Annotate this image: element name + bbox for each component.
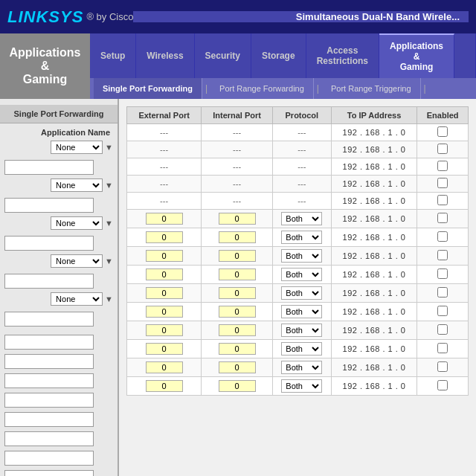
enabled-checkbox[interactable]	[437, 324, 448, 335]
int-port-cell[interactable]	[202, 228, 273, 247]
int-port-cell[interactable]	[202, 340, 273, 358]
proto-cell[interactable]: BothTCPUDP	[272, 228, 331, 247]
enabled-checkbox[interactable]	[437, 126, 448, 137]
ext-port-input[interactable]	[146, 213, 183, 225]
int-port-input[interactable]	[219, 324, 256, 336]
int-port-input[interactable]	[219, 361, 256, 373]
sidebar-input-4[interactable]	[4, 274, 94, 289]
ext-port-input[interactable]	[146, 250, 183, 262]
sidebar-input-2[interactable]	[4, 198, 94, 213]
ext-port-input[interactable]	[146, 343, 183, 355]
proto-select[interactable]: BothTCPUDP	[281, 231, 322, 244]
enabled-checkbox[interactable]	[437, 380, 448, 390]
enabled-checkbox[interactable]	[437, 195, 448, 205]
sidebar-input-12[interactable]	[4, 451, 94, 466]
int-port-input[interactable]	[219, 287, 256, 299]
proto-cell[interactable]: BothTCPUDP	[272, 284, 331, 303]
proto-cell[interactable]: BothTCPUDP	[272, 210, 331, 228]
sidebar-input-11[interactable]	[4, 431, 94, 446]
int-port-input[interactable]	[219, 213, 256, 225]
sidebar-select-2[interactable]: NoneHTTP	[51, 178, 103, 192]
sidebar-input-7[interactable]	[4, 354, 94, 369]
ext-port-cell[interactable]	[127, 358, 202, 377]
enabled-checkbox[interactable]	[437, 343, 448, 353]
int-port-cell[interactable]	[202, 358, 273, 377]
int-port-cell[interactable]	[202, 210, 273, 228]
ext-port-input[interactable]	[146, 324, 183, 336]
ext-port-cell[interactable]	[127, 340, 202, 358]
sidebar-select-4[interactable]: None	[51, 254, 103, 268]
ext-port-input[interactable]	[146, 287, 183, 299]
ext-port-cell[interactable]	[127, 266, 202, 284]
sidebar-input-3[interactable]	[4, 236, 94, 251]
sidebar-input-10[interactable]	[4, 412, 94, 427]
proto-cell[interactable]: BothTCPUDP	[272, 340, 331, 358]
proto-cell[interactable]: BothTCPUDP	[272, 266, 331, 284]
proto-cell[interactable]: BothTCPUDP	[272, 303, 331, 321]
enabled-checkbox[interactable]	[437, 268, 448, 279]
sidebar-select-3[interactable]: None	[51, 216, 103, 230]
sidebar-input-13[interactable]	[4, 470, 94, 476]
int-port-cell[interactable]	[202, 284, 273, 303]
proto-cell[interactable]: BothTCPUDP	[272, 321, 331, 340]
sidebar-select-5[interactable]: None	[51, 292, 103, 306]
sidebar-input-5[interactable]	[4, 312, 94, 327]
ext-port-input[interactable]	[146, 306, 183, 318]
ext-port-input[interactable]	[146, 380, 183, 392]
ext-port-cell[interactable]	[127, 284, 202, 303]
proto-cell[interactable]: BothTCPUDP	[272, 358, 331, 377]
enabled-checkbox[interactable]	[437, 231, 448, 242]
ext-port-input[interactable]	[146, 231, 183, 243]
ext-port-cell[interactable]	[127, 210, 202, 228]
int-port-cell[interactable]	[202, 377, 273, 396]
proto-select[interactable]: BothTCPUDP	[281, 212, 322, 225]
proto-select[interactable]: BothTCPUDP	[281, 249, 322, 263]
proto-select[interactable]: BothTCPUDP	[281, 286, 322, 300]
enabled-checkbox[interactable]	[437, 287, 448, 298]
tab-security[interactable]: Security	[195, 33, 251, 78]
int-port-cell[interactable]	[202, 303, 273, 321]
int-port-input[interactable]	[219, 343, 256, 355]
proto-select[interactable]: BothTCPUDP	[281, 324, 322, 337]
enabled-checkbox[interactable]	[437, 250, 448, 260]
int-port-input[interactable]	[219, 306, 256, 318]
proto-select[interactable]: BothTCPUDP	[281, 342, 322, 356]
proto-cell[interactable]: BothTCPUDP	[272, 247, 331, 266]
proto-select[interactable]: BothTCPUDP	[281, 379, 322, 393]
enabled-checkbox[interactable]	[437, 213, 448, 223]
enabled-checkbox[interactable]	[437, 361, 448, 372]
sidebar-select-1[interactable]: NoneHTTPFTP	[51, 141, 103, 154]
sidebar-input-8[interactable]	[4, 373, 94, 388]
tab-applications-gaming[interactable]: Applications &Gaming	[379, 33, 454, 78]
ext-port-input[interactable]	[146, 268, 183, 280]
sub-nav-single-port[interactable]: Single Port Forwarding	[94, 78, 202, 99]
enabled-checkbox[interactable]	[437, 178, 448, 188]
int-port-input[interactable]	[219, 380, 256, 392]
ext-port-cell[interactable]	[127, 303, 202, 321]
int-port-cell[interactable]	[202, 247, 273, 266]
sidebar-input-6[interactable]	[4, 335, 94, 350]
proto-select[interactable]: BothTCPUDP	[281, 305, 322, 318]
tab-wireless[interactable]: Wireless	[136, 33, 194, 78]
ext-port-cell[interactable]	[127, 228, 202, 247]
sidebar-input-1[interactable]	[4, 160, 94, 175]
proto-cell[interactable]: BothTCPUDP	[272, 377, 331, 396]
tab-access-restrictions[interactable]: AccessRestrictions	[306, 33, 379, 78]
enabled-checkbox[interactable]	[437, 161, 448, 171]
enabled-checkbox[interactable]	[437, 144, 448, 154]
proto-select[interactable]: BothTCPUDP	[281, 361, 322, 374]
ext-port-cell[interactable]	[127, 377, 202, 396]
ext-port-cell[interactable]	[127, 247, 202, 266]
proto-select[interactable]: BothTCPUDP	[281, 268, 322, 281]
ext-port-cell[interactable]	[127, 321, 202, 340]
int-port-input[interactable]	[219, 231, 256, 243]
sub-nav-port-trigger[interactable]: Port Range Triggering	[322, 78, 421, 99]
int-port-input[interactable]	[219, 268, 256, 280]
tab-extra[interactable]	[454, 33, 476, 78]
tab-setup[interactable]: Setup	[90, 33, 136, 78]
tab-storage[interactable]: Storage	[251, 33, 306, 78]
sidebar-input-9[interactable]	[4, 393, 94, 408]
sub-nav-port-range[interactable]: Port Range Forwarding	[210, 78, 314, 99]
enabled-checkbox[interactable]	[437, 306, 448, 316]
ext-port-input[interactable]	[146, 361, 183, 373]
